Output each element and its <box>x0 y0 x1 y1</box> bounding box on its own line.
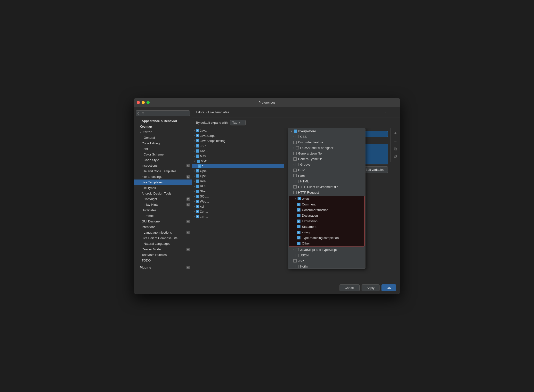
dp-item-http-client[interactable]: HTTP Client environment file <box>288 184 365 190</box>
edit-variables-button[interactable]: Edit variables <box>362 166 388 173</box>
dp-item-css[interactable]: › CSS <box>288 134 365 139</box>
ok-button[interactable]: OK <box>381 284 396 291</box>
minimize-button[interactable] <box>142 101 145 104</box>
dp-item-http-request[interactable]: HTTP Request <box>288 190 365 195</box>
cancel-button[interactable]: Cancel <box>340 284 359 291</box>
group-check[interactable]: ✓ <box>196 195 199 198</box>
dp-check[interactable]: ✓ <box>297 203 300 206</box>
sidebar-item-inlay-hints[interactable]: › Inlay Hints ⊟ <box>134 202 192 207</box>
template-group-myc[interactable]: ∨ ✓ MyC... <box>192 159 284 164</box>
group-check[interactable]: ✓ <box>196 210 199 213</box>
dp-item-yaml-file[interactable]: General .yaml file <box>288 156 365 162</box>
dp-item-java-other[interactable]: ✓ Other <box>289 241 364 246</box>
apply-button[interactable]: Apply <box>362 284 380 291</box>
template-group-zen2[interactable]: › ✓ Zen... <box>192 214 284 219</box>
forward-button[interactable]: → <box>390 109 396 115</box>
dp-check[interactable] <box>296 163 299 166</box>
dp-item-haml[interactable]: Haml <box>288 173 365 179</box>
dp-check[interactable] <box>293 185 297 188</box>
dp-check[interactable]: − <box>294 130 297 133</box>
dp-check[interactable] <box>293 141 297 144</box>
sidebar-item-file-encodings[interactable]: File Encodings ⊟ <box>134 174 192 180</box>
applicable-dropdown-popup[interactable]: ∨ − Everywhere › CSS Cucumber feature <box>288 128 365 269</box>
dp-item-html[interactable]: › HTML <box>288 179 365 184</box>
sidebar-item-font[interactable]: Font <box>134 146 192 152</box>
dp-item-java-expression[interactable]: ✓ Expression <box>289 218 364 224</box>
group-check[interactable]: ✓ <box>196 190 199 193</box>
dp-check[interactable]: ✓ <box>297 208 300 212</box>
group-check[interactable]: ✓ <box>196 174 199 178</box>
back-button[interactable]: ← <box>384 109 389 115</box>
sidebar-item-appearance[interactable]: › Appearance & Behavior <box>134 118 192 124</box>
sidebar-item-live-edit-compose[interactable]: Live Edit of Compose Lite <box>134 235 192 241</box>
template-item-star[interactable]: ✓ * <box>192 164 284 168</box>
template-group-sql[interactable]: › ✓ SQL... <box>192 194 284 199</box>
template-group-ope1[interactable]: › ✓ Ope... <box>192 168 284 173</box>
dp-item-ecma[interactable]: › ECMAScript 6 or higher <box>288 145 365 151</box>
group-check[interactable]: ✓ <box>196 149 199 153</box>
sidebar-item-duplicates[interactable]: Duplicates <box>134 207 192 213</box>
dp-item-groovy[interactable]: › Groovy <box>288 162 365 167</box>
dp-item-jsp[interactable]: JSP <box>288 258 365 264</box>
dp-item-java-string[interactable]: ✓ string <box>289 229 364 235</box>
group-check[interactable]: ✓ <box>196 205 199 208</box>
maximize-button[interactable] <box>146 101 150 104</box>
sidebar-item-plugins[interactable]: Plugins ⊟ <box>134 265 192 270</box>
template-group-rea[interactable]: › ✓ Rea... <box>192 179 284 184</box>
sidebar-item-keymap[interactable]: Keymap <box>134 124 192 129</box>
sidebar-item-code-editing[interactable]: Code Editing <box>134 140 192 146</box>
search-input[interactable] <box>136 110 190 116</box>
dp-check[interactable]: ✓ <box>297 220 300 223</box>
dp-check[interactable] <box>293 152 297 155</box>
sidebar-item-android-design-tools[interactable]: Android Design Tools <box>134 191 192 196</box>
dp-item-js-ts[interactable]: › JavaScript and TypeScript <box>288 247 365 253</box>
template-group-kotlin[interactable]: › ✓ Kotl... <box>192 148 284 154</box>
dp-check[interactable] <box>293 259 297 262</box>
sidebar-item-general[interactable]: › General <box>134 135 192 140</box>
dp-check[interactable] <box>296 146 299 149</box>
expand-with-dropdown[interactable]: Tab ▾ <box>230 120 246 125</box>
sidebar-item-code-style[interactable]: › Code Style <box>134 157 192 163</box>
template-group-java[interactable]: › ✓ Java <box>192 128 284 133</box>
search-box[interactable]: Q <box>136 110 190 116</box>
group-check[interactable]: ✓ <box>196 169 199 172</box>
dp-check[interactable]: ✓ <box>298 197 301 200</box>
sidebar-item-file-code-templates[interactable]: File and Code Templates <box>134 168 192 174</box>
dp-check[interactable]: ✓ <box>297 242 300 245</box>
sidebar-item-textmate-bundles[interactable]: TextMate Bundles <box>134 252 192 258</box>
dp-check[interactable] <box>296 265 299 268</box>
dp-check[interactable] <box>293 191 297 194</box>
dp-check[interactable] <box>296 248 299 251</box>
dp-check[interactable] <box>293 157 297 161</box>
template-group-javascript[interactable]: › ✓ JavaScript <box>192 133 284 138</box>
group-check[interactable]: ✓ <box>197 160 200 163</box>
dp-item-json[interactable]: › JSON <box>288 253 365 258</box>
dp-check[interactable] <box>296 180 299 183</box>
sidebar-item-copyright[interactable]: › Copyright ⊟ <box>134 196 192 202</box>
dp-item-cucumber[interactable]: Cucumber feature <box>288 139 365 145</box>
dp-item-java-type-matching[interactable]: ✓ Type-matching completion <box>289 235 364 241</box>
dp-check[interactable] <box>293 174 297 177</box>
sidebar-item-todo[interactable]: TODO <box>134 258 192 263</box>
group-check[interactable]: ✓ <box>196 185 199 188</box>
dp-check[interactable] <box>296 135 299 138</box>
dp-item-java-consumer[interactable]: ✓ Consumer function <box>289 207 364 213</box>
dp-check[interactable]: ✓ <box>297 214 300 217</box>
sidebar-item-language-injections[interactable]: › Language Injections ⊟ <box>134 230 192 235</box>
dp-check[interactable]: ✓ <box>297 231 300 234</box>
template-group-web[interactable]: › ✓ Web... <box>192 199 284 204</box>
item-check[interactable]: ✓ <box>198 164 201 168</box>
template-group-jsp[interactable]: › ✓ JSP <box>192 143 284 148</box>
dp-item-everywhere[interactable]: ∨ − Everywhere <box>288 128 365 134</box>
group-check[interactable]: ✓ <box>196 129 199 132</box>
sidebar-item-color-scheme[interactable]: › Color Scheme <box>134 152 192 157</box>
template-group-res[interactable]: › ✓ RES... <box>192 184 284 189</box>
template-group-ope2[interactable]: › ✓ Ope... <box>192 173 284 179</box>
group-check[interactable]: ✓ <box>196 134 199 137</box>
sidebar-item-inspections[interactable]: Inspections ⊟ <box>134 163 192 168</box>
dp-check[interactable] <box>293 169 297 172</box>
group-check[interactable]: ✓ <box>196 139 199 142</box>
dp-item-kotlin[interactable]: › Kotlin <box>288 264 365 269</box>
dp-item-gsp[interactable]: GSP <box>288 167 365 173</box>
dp-item-json-file[interactable]: General .json file <box>288 151 365 156</box>
